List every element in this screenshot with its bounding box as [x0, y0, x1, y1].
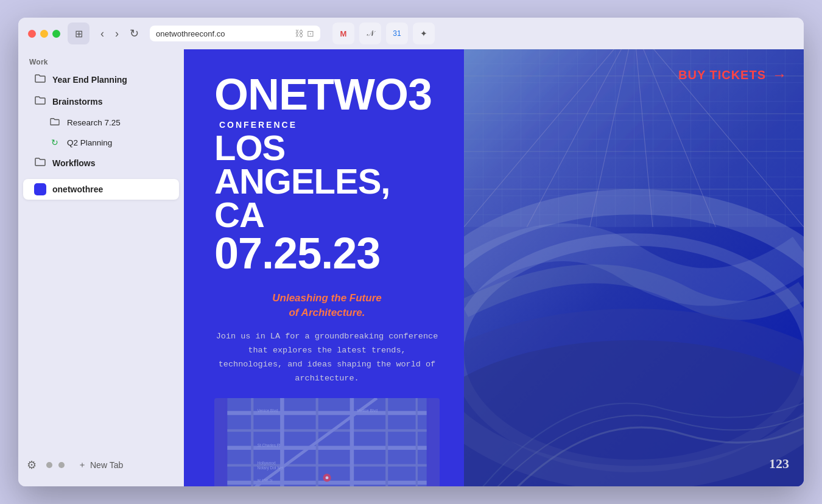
url-text: onetwothreeconf.co: [156, 29, 291, 38]
browser-window: ⊞ ‹ › ↻ onetwothreeconf.co ⛓ ⊡ M 𝒩 31 ✦ …: [18, 18, 804, 486]
conference-tagline: Unleashing the Future of Architecture.: [214, 291, 440, 320]
refresh-icon-q2: ↻: [49, 138, 61, 147]
nav-buttons: ‹ › ↻: [97, 25, 142, 42]
conference-title-line2: LOS ANGELES, CA: [214, 131, 440, 231]
settings-icon[interactable]: ⚙: [27, 458, 37, 472]
buy-tickets-button[interactable]: BUY TICKETS →: [678, 66, 787, 83]
refresh-button[interactable]: ↻: [126, 25, 142, 42]
sidebar-toggle-icon: ⊞: [75, 28, 83, 40]
svg-text:Venice Blvd: Venice Blvd: [357, 408, 378, 413]
plus-icon: ＋: [78, 460, 86, 471]
title-bar: ⊞ ‹ › ↻ onetwothreeconf.co ⛓ ⊡ M 𝒩 31 ✦: [18, 18, 804, 49]
folder-icon-workflows: [34, 157, 46, 169]
calendar-icon[interactable]: 31: [386, 23, 408, 44]
svg-text:St Charles Pl: St Charles Pl: [257, 443, 281, 447]
folder-icon-research: [49, 117, 61, 128]
svg-text:Notary Dot Net: Notary Dot Net: [257, 466, 283, 471]
sidebar-section-label: Work: [18, 54, 184, 69]
conference-watermark: 123: [769, 456, 789, 472]
sidebar-item-q2-planning[interactable]: ↻ Q2 Planning: [23, 133, 179, 152]
sidebar-toggle-button[interactable]: ⊞: [68, 23, 90, 44]
brainstorms-label: Brainstorms: [52, 97, 102, 107]
sidebar-item-workflows[interactable]: Workflows: [23, 153, 179, 173]
gmail-icon[interactable]: M: [332, 23, 354, 44]
share-icon[interactable]: ⛓: [295, 29, 303, 38]
maximize-button[interactable]: [52, 30, 60, 38]
new-tab-button[interactable]: ＋ New Tab: [74, 457, 127, 473]
svg-point-28: [464, 340, 804, 486]
sidebar-item-year-end-planning[interactable]: Year End Planning: [23, 69, 179, 90]
back-button[interactable]: ‹: [97, 26, 108, 42]
new-tab-label: New Tab: [90, 460, 123, 470]
buy-tickets-arrow: →: [772, 66, 787, 83]
active-tab-color-swatch: [34, 183, 46, 195]
active-tab-label: onetwothree: [52, 184, 103, 194]
year-end-planning-label: Year End Planning: [52, 75, 127, 85]
address-bar[interactable]: onetwothreeconf.co ⛓ ⊡: [150, 26, 320, 41]
sidebar-item-research[interactable]: Research 7.25: [23, 113, 179, 132]
folder-icon: [34, 74, 46, 86]
tab-dots: [46, 462, 65, 468]
sidebar: Work Year End Planning Brainstorms: [18, 49, 184, 486]
sidebar-item-active-tab[interactable]: onetwothree: [23, 179, 179, 200]
sheets-icon[interactable]: ✦: [413, 23, 435, 44]
conference-left-panel: ONETWO3CONFERENCE LOS ANGELES, CA 07.25.…: [184, 49, 464, 486]
forward-button[interactable]: ›: [111, 26, 122, 42]
conference-title-line3: 07.25.23: [214, 233, 440, 274]
minimize-button[interactable]: [40, 30, 48, 38]
conference-page: ONETWO3CONFERENCE LOS ANGELES, CA 07.25.…: [184, 49, 804, 486]
content-area: ONETWO3CONFERENCE LOS ANGELES, CA 07.25.…: [184, 49, 804, 486]
conference-right-panel: BUY TICKETS → 123: [464, 49, 804, 486]
bookmark-icon[interactable]: ⊡: [307, 29, 314, 38]
notion-icon[interactable]: 𝒩: [359, 23, 381, 44]
folder-icon-brainstorms: [34, 96, 46, 108]
workflows-label: Workflows: [52, 158, 96, 168]
svg-text:Hollywood: Hollywood: [257, 461, 275, 466]
sidebar-bottom: ⚙ ＋ New Tab: [18, 451, 184, 481]
svg-text:W 17th St: W 17th St: [257, 478, 273, 482]
close-button[interactable]: [28, 30, 36, 38]
svg-text:Venice Blvd: Venice Blvd: [257, 408, 278, 413]
research-label: Research 7.25: [67, 118, 121, 127]
q2-planning-label: Q2 Planning: [67, 138, 112, 147]
conference-description: Join us in LA for a groundbreaking confe…: [214, 330, 440, 386]
tab-dot-1[interactable]: [46, 462, 52, 468]
architecture-background: BUY TICKETS → 123: [464, 49, 804, 486]
traffic-lights: [28, 30, 60, 38]
conference-map: Venice Blvd Venice Blvd St Charles Pl Ho…: [214, 398, 440, 486]
conference-title-line1: ONETWO3: [214, 70, 432, 119]
buy-tickets-label: BUY TICKETS: [678, 68, 766, 82]
tab-dot-2[interactable]: [58, 462, 65, 468]
svg-point-22: [326, 476, 329, 479]
sidebar-item-brainstorms[interactable]: Brainstorms: [23, 91, 179, 112]
main-area: Work Year End Planning Brainstorms: [18, 49, 804, 486]
